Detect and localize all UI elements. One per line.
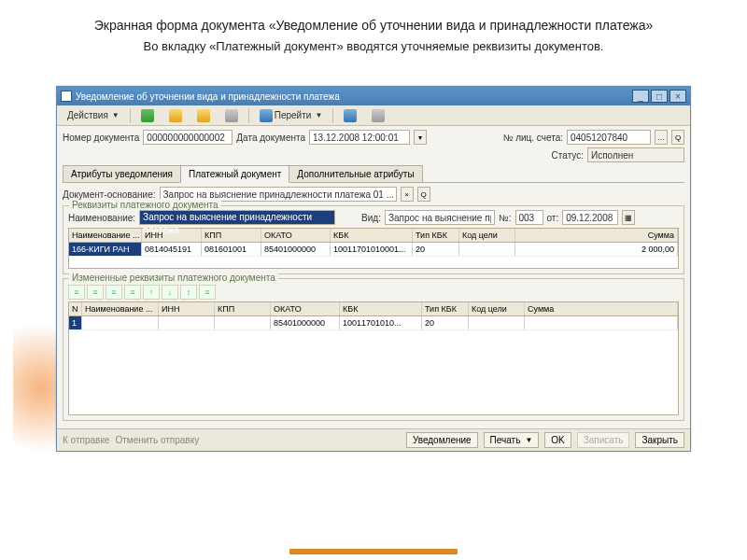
grid2-edit[interactable]: ≡ [106, 285, 122, 300]
grid2-h6[interactable]: Тип КБК [422, 302, 469, 315]
grid2-sort[interactable]: ↕ [180, 285, 197, 300]
tabs: Атрибуты уведомления Платежный документ … [63, 165, 684, 183]
status-field [587, 147, 684, 162]
page-title: Экранная форма документа «Уведомление об… [0, 0, 747, 39]
req-kind-input[interactable] [385, 210, 495, 225]
grid2-row[interactable]: 1 85401000000 10011701010... 20 [69, 316, 678, 330]
requisites-grid: Наименование ... ИНН КПП ОКАТО КБК Тип К… [68, 228, 679, 269]
print-button[interactable]: Печать▼ [484, 432, 540, 448]
grid2-del[interactable]: ≡ [124, 285, 141, 300]
footer-bar: К отправке Отменить отправку Уведомление… [57, 428, 690, 451]
account-lookup[interactable]: … [655, 130, 668, 145]
settings-icon [372, 109, 385, 122]
grid2-h7[interactable]: Код цели [469, 302, 525, 315]
req-num-input[interactable] [515, 210, 543, 225]
slide-accent [289, 549, 458, 554]
save-icon [225, 109, 238, 122]
send-link[interactable]: К отправке [63, 435, 109, 445]
account-input[interactable] [567, 130, 651, 145]
toolbar-btn-3[interactable] [190, 106, 217, 125]
tab-extra[interactable]: Дополнительные атрибуты [289, 165, 422, 182]
changed-legend: Измененные реквизиты платежного документ… [69, 273, 278, 283]
toolbar-btn-1[interactable] [134, 106, 161, 125]
grid1-row[interactable]: 166-КИГИ РАН 0814045191 081601001 854010… [69, 243, 678, 257]
grid1-h3[interactable]: ОКАТО [261, 229, 331, 242]
status-label: Статус: [552, 150, 584, 161]
goto-icon [260, 109, 273, 122]
toolbar-btn-6[interactable] [365, 106, 391, 125]
toolbar-btn-5[interactable] [337, 106, 363, 125]
goto-menu[interactable]: Перейти▼ [253, 106, 330, 125]
req-from-calendar[interactable]: ▦ [622, 210, 635, 225]
grid2-h5[interactable]: КБК [340, 302, 422, 315]
doc-date-label: Дата документа [236, 133, 305, 143]
requisites-fieldset: Реквизиты платежного документа Наименова… [63, 205, 684, 274]
tab-payment-doc[interactable]: Платежный документ [180, 165, 289, 183]
list-icon [197, 109, 210, 122]
grid2-h2[interactable]: ИНН [159, 302, 215, 315]
maximize-button[interactable]: □ [651, 90, 668, 103]
app-icon [61, 91, 72, 102]
ok-button[interactable]: OK [544, 432, 571, 448]
req-name-label: Наименование: [68, 213, 135, 223]
cancel-send-link[interactable]: Отменить отправку [115, 435, 199, 445]
grid2-h8[interactable]: Сумма [525, 302, 678, 315]
actions-menu[interactable]: Действия▼ [61, 107, 126, 123]
doc-no-label: Номер документа [63, 133, 139, 143]
grid2-extra[interactable]: ≡ [199, 285, 216, 300]
grid2-add[interactable]: ≡ [68, 285, 85, 300]
save-button[interactable]: Записать [577, 432, 630, 448]
grid2-copy[interactable]: ≡ [87, 285, 104, 300]
grid2-down[interactable]: ↓ [162, 285, 178, 300]
account-label: № лиц. счета: [503, 133, 563, 143]
grid1-h6[interactable]: Код цели [459, 229, 515, 242]
grid2-h3[interactable]: КПП [215, 302, 271, 315]
basis-label: Документ-основание: [63, 189, 156, 200]
grid1-h1[interactable]: ИНН [142, 229, 202, 242]
notice-button[interactable]: Уведомление [406, 432, 478, 448]
grid1-h0[interactable]: Наименование ... [69, 229, 142, 242]
folder-icon [169, 109, 182, 122]
tab-attributes[interactable]: Атрибуты уведомления [63, 165, 181, 182]
req-from-label: от: [547, 213, 559, 223]
grid2-h1[interactable]: Наименование ... [82, 302, 159, 315]
doc-no-input[interactable] [143, 130, 233, 145]
account-open[interactable]: Q [671, 130, 684, 145]
req-kind-label: Вид: [361, 213, 381, 223]
titlebar: Уведомление об уточнении вида и принадле… [57, 87, 690, 105]
document-window: Уведомление об уточнении вида и принадле… [56, 86, 691, 452]
basis-open[interactable]: Q [417, 187, 430, 202]
doc-date-input[interactable] [309, 130, 410, 145]
plus-icon [141, 109, 154, 122]
grid1-h5[interactable]: Тип КБК [413, 229, 459, 242]
req-num-label: №: [499, 213, 512, 223]
date-stepper[interactable]: ▾ [414, 130, 427, 145]
close-footer-button[interactable]: Закрыть [635, 432, 684, 448]
page-subtitle: Во вкладку «Платежный документ» вводятся… [0, 39, 747, 64]
grid1-h2[interactable]: КПП [202, 229, 261, 242]
window-title: Уведомление об уточнении вида и принадле… [76, 91, 340, 102]
req-from-input[interactable] [562, 210, 618, 225]
toolbar-btn-2[interactable] [162, 106, 189, 125]
toolbar-btn-4[interactable] [218, 106, 245, 125]
grid1-h4[interactable]: КБК [331, 229, 413, 242]
requisites-legend: Реквизиты платежного документа [69, 200, 221, 210]
req-name-input[interactable]: Запрос на выяснение принадлежности плате… [139, 210, 335, 225]
grid2-up[interactable]: ↑ [143, 285, 160, 300]
grid2-toolbar: ≡ ≡ ≡ ≡ ↑ ↓ ↕ ≡ [68, 285, 679, 300]
grid1-h7[interactable]: Сумма [515, 229, 678, 242]
basis-clear[interactable]: × [401, 187, 414, 202]
grid2-h4[interactable]: ОКАТО [271, 302, 340, 315]
toolbar: Действия▼ Перейти▼ [57, 105, 690, 126]
changed-grid: N Наименование ... ИНН КПП ОКАТО КБК Тип… [68, 301, 679, 415]
minimize-button[interactable]: _ [632, 90, 649, 103]
changed-fieldset: Измененные реквизиты платежного документ… [63, 278, 684, 421]
help-icon [344, 109, 357, 122]
grid2-h0[interactable]: N [69, 302, 82, 315]
close-button[interactable]: × [669, 90, 686, 103]
